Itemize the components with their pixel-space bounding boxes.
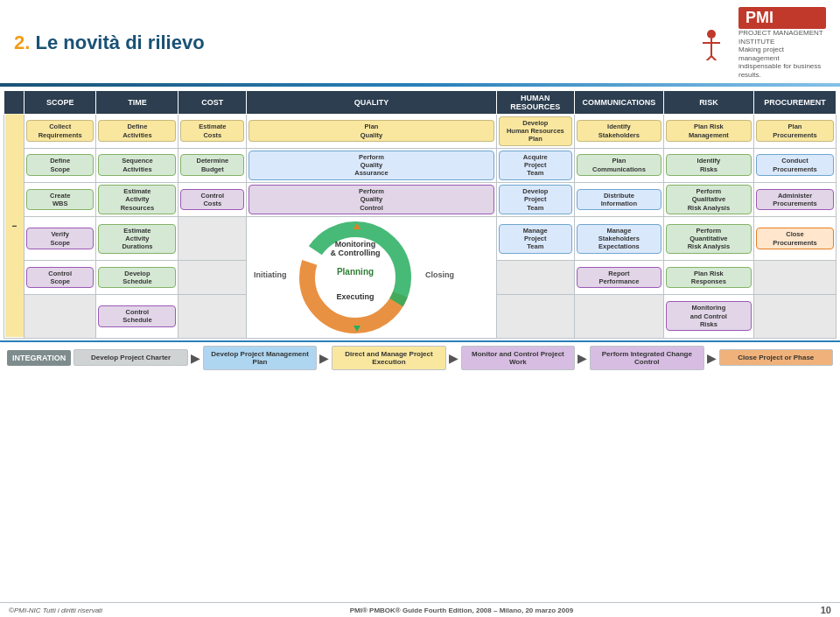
- time-sequence-act: SequenceActivities: [96, 148, 178, 182]
- risk-plan-risk-mgmt: Plan RiskManagement: [663, 114, 753, 148]
- manage-stakeholders-box: ManageStakeholdersExpectations: [577, 224, 662, 254]
- hr-manage-team: ManageProjectTeam: [496, 216, 574, 260]
- scope-define-scope: DefineScope: [24, 148, 96, 182]
- col-header-empty: [4, 90, 24, 114]
- perform-qual-risk-box: PerformQualitativeRisk Analysis: [666, 185, 752, 214]
- identify-stakeholders-box: IdentifyStakeholders: [577, 120, 662, 142]
- develop-schedule-box: DevelopSchedule: [98, 267, 176, 289]
- arrow-icon-3: ▶: [578, 351, 587, 365]
- col-header-time: TIME: [96, 90, 178, 114]
- svg-text:Initiating: Initiating: [254, 270, 287, 279]
- initiating-label: I: [4, 114, 24, 338]
- arrow-icon-4: ▶: [707, 351, 717, 365]
- scope-control-scope: ControlScope: [24, 261, 96, 294]
- svg-text:Executing: Executing: [337, 292, 374, 301]
- arrow-icon-2: ▶: [449, 351, 458, 365]
- time-est-act-dur: EstimateActivityDurations: [96, 216, 178, 260]
- plan-risk-responses-box: Plan RiskResponses: [666, 267, 752, 289]
- integration-boxes: Develop Project Charter ▶ Develop Projec…: [74, 346, 833, 370]
- time-develop-schedule: DevelopSchedule: [96, 261, 178, 294]
- plan-risk-mgmt-box: Plan RiskManagement: [666, 120, 752, 142]
- perform-qa-box: PerformQualityAssurance: [248, 151, 494, 180]
- control-scope-box: ControlScope: [26, 267, 94, 289]
- process-table: SCOPE TIME COST QUALITY HUMAN RESOURCES …: [4, 90, 836, 339]
- cost-control-costs: ControlCosts: [178, 182, 247, 216]
- cost-empty-4: [178, 216, 247, 260]
- col-header-comm: COMMUNICATIONS: [575, 90, 664, 114]
- verify-scope-box: VerifyScope: [26, 228, 94, 249]
- perform-qc-box: PerformQualityControl: [248, 185, 494, 214]
- proc-conduct-proc: ConductProcurements: [753, 148, 836, 182]
- header: 2. Le novità di rilievo PMI PROJECT MANA…: [0, 0, 840, 83]
- svg-text:Closing: Closing: [425, 270, 454, 279]
- comm-distribute-info: DistributeInformation: [575, 182, 664, 216]
- quality-plan-quality: PlanQuality: [247, 114, 496, 148]
- quality-perform-qc: PerformQualityControl: [247, 182, 496, 216]
- plan-communications-box: PlanCommunications: [577, 154, 662, 176]
- integration-item-5: Close Project or Phase: [719, 349, 833, 366]
- comm-identify-stakeholders: IdentifyStakeholders: [575, 114, 664, 148]
- time-define-activities: DefineActivities: [96, 114, 178, 148]
- hr-develop-hr-plan: DevelopHuman ResourcesPlan: [496, 114, 574, 148]
- comm-empty-6: [575, 294, 664, 338]
- proc-plan-procurements: PlanProcurements: [753, 114, 836, 148]
- footer-edition: PMI® PMBOK® Guide Fourth Edition, 2008 –…: [350, 606, 573, 614]
- col-header-cost: COST: [178, 90, 247, 114]
- table-row-4: VerifyScope EstimateActivityDurations: [4, 216, 836, 260]
- arrow-icon-0: ▶: [191, 351, 200, 365]
- define-scope-box: DefineScope: [26, 154, 94, 176]
- comm-manage-stakeholders: ManageStakeholdersExpectations: [575, 216, 664, 260]
- perform-quant-risk-box: PerformQuantitativeRisk Analysis: [666, 224, 752, 254]
- separator-line: [0, 83, 840, 87]
- svg-text:Planning: Planning: [337, 267, 374, 277]
- scope-create-wbs: CreateWBS: [24, 182, 96, 216]
- col-header-scope: SCOPE: [24, 90, 96, 114]
- estimate-costs-box: EstimateCosts: [180, 120, 244, 142]
- sequence-activities-box: SequenceActivities: [98, 154, 176, 176]
- identify-risks-box: IdentifyRisks: [666, 154, 752, 176]
- cost-estimate-costs: EstimateCosts: [178, 114, 247, 148]
- risk-plan-risk-responses: Plan RiskResponses: [663, 261, 753, 294]
- time-control-schedule: ControlSchedule: [96, 294, 178, 338]
- conduct-procurements-box: ConductProcurements: [756, 154, 834, 176]
- comm-report-perf: ReportPerformance: [575, 261, 664, 294]
- cost-det-budget: DetermineBudget: [178, 148, 247, 182]
- develop-hr-plan-box: DevelopHuman ResourcesPlan: [499, 116, 572, 146]
- cost-empty-5: [178, 261, 247, 294]
- svg-text:& Controlling: & Controlling: [331, 249, 381, 257]
- pmi-logo-subtitle: PROJECT MANAGEMENT INSTITUTEMaking proje…: [738, 29, 826, 80]
- define-activities-box: DefineActivities: [98, 120, 176, 142]
- pmi-logo-text: PMI: [738, 7, 826, 29]
- col-header-proc: PROCUREMENT: [753, 90, 836, 114]
- integration-item-4: Perform Integrated Change Control: [590, 346, 704, 370]
- integration-item-2: Direct and Manage Project Execution: [332, 346, 445, 370]
- page-wrapper: 2. Le novità di rilievo PMI PROJECT MANA…: [0, 0, 840, 374]
- integration-item-3: Monitor and Control Project Work: [461, 346, 575, 370]
- time-est-act-resources: EstimateActivityResources: [96, 182, 178, 216]
- page-title: 2. Le novità di rilievo: [14, 32, 205, 54]
- quality-perform-qa: PerformQualityAssurance: [247, 148, 496, 182]
- administer-proc-box: AdministerProcurements: [756, 189, 834, 211]
- control-schedule-box: ControlSchedule: [98, 305, 176, 327]
- cost-empty-6: [178, 294, 247, 338]
- integration-item-1: Develop Project Management Plan: [203, 346, 317, 370]
- proc-empty-6: [753, 294, 836, 338]
- scope-verify-scope: VerifyScope: [24, 216, 96, 260]
- table-row-initiating: I CollectRequirements DefineActivities E…: [4, 114, 836, 148]
- control-costs-box: ControlCosts: [180, 189, 244, 211]
- comm-plan-comm: PlanCommunications: [575, 148, 664, 182]
- cycle-svg: Monitoring & Controlling Planning Execut…: [250, 221, 460, 334]
- manage-project-team-box: ManageProjectTeam: [499, 224, 572, 254]
- develop-project-team-box: DevelopProjectTeam: [499, 185, 572, 214]
- hr-develop-team: DevelopProjectTeam: [496, 182, 574, 216]
- integration-label: INTEGRATION: [7, 350, 71, 366]
- svg-line-4: [711, 56, 720, 60]
- proc-administer-proc: AdministerProcurements: [753, 182, 836, 216]
- integration-row: INTEGRATION Develop Project Charter ▶ De…: [0, 340, 840, 374]
- plan-quality-box: PlanQuality: [248, 120, 494, 142]
- create-wbs-box: CreateWBS: [26, 189, 94, 211]
- risk-perform-quantitative: PerformQuantitativeRisk Analysis: [663, 216, 753, 260]
- table-row-3: CreateWBS EstimateActivityResources Cont…: [4, 182, 836, 216]
- distribute-info-box: DistributeInformation: [577, 189, 662, 211]
- risk-perform-qualitative: PerformQualitativeRisk Analysis: [663, 182, 753, 216]
